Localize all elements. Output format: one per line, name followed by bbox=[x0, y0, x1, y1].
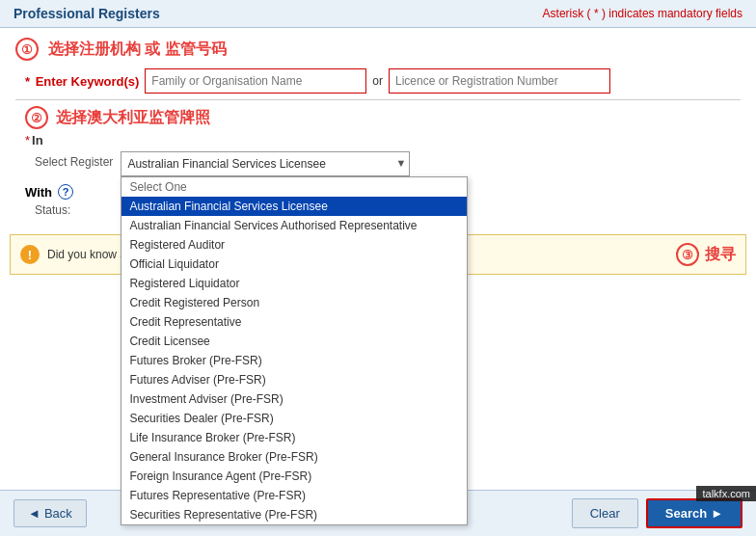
back-arrow-icon: ◄ bbox=[28, 506, 40, 521]
with-label: With bbox=[25, 185, 52, 200]
dropdown-item[interactable]: Investment Adviser (Pre-FSR) bbox=[122, 389, 467, 409]
dropdown-item[interactable]: Registered Liquidator bbox=[122, 274, 467, 293]
dropdown-item[interactable]: Credit Representative bbox=[122, 312, 467, 332]
dropdown-item[interactable]: Futures Representative (Pre-FSR) bbox=[122, 486, 467, 505]
select-wrapper[interactable]: Select OneAustralian Financial Services … bbox=[121, 151, 410, 176]
back-label: Back bbox=[44, 506, 72, 521]
in-label: In bbox=[32, 133, 43, 147]
licence-number-input[interactable] bbox=[389, 68, 610, 94]
or-text: or bbox=[372, 74, 383, 88]
annotation1-text: 选择注册机构 或 监管号码 bbox=[48, 40, 227, 60]
annotation3-circle: ③ bbox=[676, 243, 699, 266]
back-button[interactable]: ◄ Back bbox=[14, 499, 87, 527]
keyword-label: * Enter Keyword(s) bbox=[25, 74, 139, 89]
info-text: Did you know a bbox=[47, 248, 126, 261]
dropdown-item[interactable]: Australian Financial Services Licensee bbox=[122, 197, 467, 216]
annotation2-text: 选择澳大利亚监管牌照 bbox=[56, 108, 210, 128]
in-row: * In bbox=[25, 133, 741, 147]
annotation1-circle: ① bbox=[15, 38, 39, 61]
dropdown-item[interactable]: Futures Adviser (Pre-FSR) bbox=[122, 370, 467, 389]
page-title: Professional Registers bbox=[14, 6, 160, 21]
annotation2-row: ② 选择澳大利亚监管牌照 bbox=[25, 106, 741, 129]
dropdown-item[interactable]: Securities Representative (Pre-FSR) bbox=[122, 505, 467, 524]
in-asterisk: * bbox=[25, 133, 30, 147]
dropdown-item[interactable]: Securities Dealer (Pre-FSR) bbox=[122, 409, 467, 428]
main-content: ① 选择注册机构 或 监管号码 * Enter Keyword(s) or ② … bbox=[0, 28, 756, 227]
search-button[interactable]: Search ► bbox=[646, 498, 742, 528]
family-name-input[interactable] bbox=[145, 68, 366, 94]
clear-button[interactable]: Clear bbox=[572, 498, 638, 528]
dropdown-item[interactable]: General Insurance Broker (Pre-FSR) bbox=[122, 447, 467, 467]
dropdown-menu[interactable]: Select OneAustralian Financial Services … bbox=[121, 176, 468, 525]
asterisk: * bbox=[25, 74, 30, 89]
dropdown-item[interactable]: Registered Auditor bbox=[122, 235, 467, 255]
dropdown-item[interactable]: Official Liquidator bbox=[122, 255, 467, 274]
keyword-inputs: or bbox=[145, 68, 610, 94]
right-buttons: Clear Search ► bbox=[572, 498, 742, 528]
register-select[interactable]: Select OneAustralian Financial Services … bbox=[121, 151, 410, 176]
watermark: talkfx.com bbox=[696, 486, 756, 501]
dropdown-item[interactable]: Credit Licensee bbox=[122, 332, 467, 351]
divider1 bbox=[15, 99, 741, 100]
search-label: Search bbox=[665, 506, 707, 521]
info-icon: ! bbox=[20, 245, 40, 264]
in-section: * In Select Register Select OneAustralia… bbox=[25, 133, 741, 176]
keyword-field-row: * Enter Keyword(s) or bbox=[25, 68, 741, 94]
dropdown-item[interactable]: Credit Registered Person bbox=[122, 293, 467, 312]
dropdown-item[interactable]: Australian Financial Services Authorised… bbox=[122, 216, 467, 235]
status-label: Status: bbox=[35, 203, 70, 217]
select-register-label: Select Register bbox=[35, 155, 113, 169]
select-register-row: Select Register Select OneAustralian Fin… bbox=[35, 151, 741, 176]
dropdown-item[interactable]: Life Insurance Broker (Pre-FSR) bbox=[122, 428, 467, 447]
page-header: Professional Registers Asterisk ( * ) in… bbox=[0, 0, 756, 28]
mandatory-note: Asterisk ( * ) indicates mandatory field… bbox=[543, 7, 742, 20]
annotation2-circle: ② bbox=[25, 106, 48, 129]
annotation1-row: ① 选择注册机构 或 监管号码 bbox=[15, 38, 741, 61]
dropdown-item[interactable]: Select One bbox=[122, 177, 467, 197]
help-icon[interactable]: ? bbox=[58, 184, 73, 200]
dropdown-item[interactable]: Futures Broker (Pre-FSR) bbox=[122, 351, 467, 370]
annotation3-text: 搜寻 bbox=[705, 245, 736, 265]
dropdown-item[interactable]: Foreign Insurance Agent (Pre-FSR) bbox=[122, 467, 467, 486]
search-arrow-icon: ► bbox=[711, 506, 723, 521]
